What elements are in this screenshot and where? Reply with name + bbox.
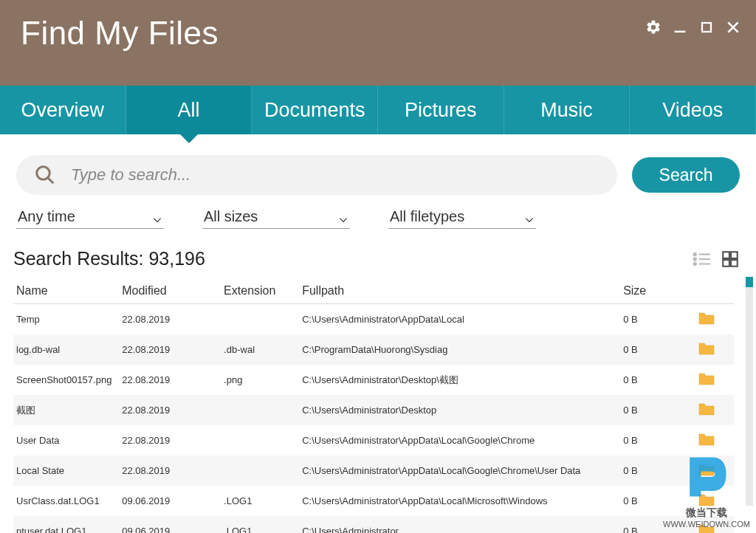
cell-size: 0 B — [620, 334, 695, 365]
cell-name: Temp — [13, 304, 119, 335]
cell-name: ntuser.dat.LOG1 — [13, 516, 119, 533]
view-toggles — [693, 250, 740, 269]
filter-filetype[interactable]: All filetypes — [388, 205, 536, 229]
open-folder-button[interactable] — [695, 395, 734, 425]
cell-name: UsrClass.dat.LOG1 — [13, 486, 119, 516]
cell-fullpath: C:\Users\Administrator — [299, 516, 620, 533]
open-folder-button[interactable] — [695, 455, 734, 486]
svg-rect-1 — [702, 23, 711, 32]
cell-fullpath: C:\Users\Administrator\AppData\Local — [299, 304, 620, 335]
svg-rect-14 — [723, 260, 729, 266]
cell-modified: 22.08.2019 — [119, 304, 221, 335]
table-row[interactable]: 截图22.08.2019C:\Users\Administrator\Deskt… — [13, 395, 734, 425]
open-folder-button[interactable] — [695, 486, 734, 516]
cell-extension: .db-wal — [221, 334, 299, 365]
cell-modified: 22.08.2019 — [119, 334, 221, 365]
svg-point-9 — [694, 252, 696, 255]
results-label: Search Results: — [13, 248, 148, 269]
svg-point-4 — [37, 167, 50, 180]
grid-view-icon[interactable] — [721, 250, 740, 269]
scrollthumb[interactable] — [746, 277, 753, 287]
results-table: Name Modified Extension Fullpath Size Te… — [13, 277, 734, 533]
col-extension[interactable]: Extension — [221, 277, 299, 304]
cell-modified: 22.08.2019 — [119, 365, 221, 395]
close-icon[interactable] — [725, 19, 741, 35]
table-row[interactable]: Temp22.08.2019C:\Users\Administrator\App… — [13, 304, 734, 335]
cell-extension — [221, 395, 299, 425]
tabs: OverviewAllDocumentsPicturesMusicVideos — [0, 86, 756, 134]
cell-extension — [221, 455, 299, 486]
filter-size[interactable]: All sizes — [202, 205, 350, 229]
col-fullpath[interactable]: Fullpath — [299, 277, 620, 304]
cell-size: 0 B — [620, 365, 695, 395]
search-icon — [34, 164, 56, 186]
search-input[interactable] — [71, 165, 599, 185]
maximize-icon[interactable] — [698, 19, 715, 35]
results-count: Search Results: 93,196 — [13, 248, 205, 269]
svg-rect-15 — [731, 260, 738, 266]
open-folder-button[interactable] — [695, 425, 734, 455]
gear-icon[interactable] — [645, 19, 662, 35]
open-folder-button[interactable] — [695, 334, 734, 365]
table-row[interactable]: ScreenShot00157.png22.08.2019.pngC:\User… — [13, 365, 734, 395]
titlebar: Find My Files — [0, 0, 756, 86]
col-name[interactable]: Name — [13, 277, 119, 304]
col-modified[interactable]: Modified — [119, 277, 221, 304]
cell-fullpath: C:\Users\Administrator\Desktop — [299, 395, 620, 425]
table-row[interactable]: ntuser.dat.LOG109.06.2019.LOG1C:\Users\A… — [13, 516, 734, 533]
tab-pictures[interactable]: Pictures — [378, 86, 504, 134]
tab-documents[interactable]: Documents — [252, 86, 378, 134]
cell-name: ScreenShot00157.png — [13, 365, 119, 395]
chevron-down-icon — [152, 212, 162, 222]
cell-size: 0 B — [620, 425, 695, 455]
tab-overview[interactable]: Overview — [0, 86, 126, 134]
search-button[interactable]: Search — [632, 157, 740, 193]
cell-extension: .LOG1 — [221, 486, 299, 516]
cell-size: 0 B — [620, 455, 695, 486]
filter-time[interactable]: Any time — [16, 205, 164, 229]
search-row: Search — [0, 134, 756, 195]
cell-size: 0 B — [620, 516, 695, 533]
cell-modified: 09.06.2019 — [119, 486, 221, 516]
cell-size: 0 B — [620, 304, 695, 335]
table-row[interactable]: UsrClass.dat.LOG109.06.2019.LOG1C:\Users… — [13, 486, 734, 516]
table-row[interactable]: log.db-wal22.08.2019.db-walC:\ProgramDat… — [13, 334, 734, 365]
svg-point-10 — [694, 258, 696, 260]
cell-modified: 22.08.2019 — [119, 395, 221, 425]
col-size[interactable]: Size — [620, 277, 695, 304]
cell-fullpath: C:\Users\Administrator\Desktop\截图 — [299, 365, 620, 395]
chevron-down-icon — [524, 212, 535, 222]
cell-name: log.db-wal — [13, 334, 119, 365]
search-box[interactable] — [16, 155, 617, 195]
chevron-down-icon — [338, 212, 348, 222]
open-folder-button[interactable] — [695, 304, 734, 335]
list-view-icon[interactable] — [693, 250, 712, 269]
cell-name: 截图 — [13, 395, 119, 425]
cell-extension — [221, 304, 299, 335]
tab-music[interactable]: Music — [504, 86, 630, 134]
table-row[interactable]: User Data22.08.2019C:\Users\Administrato… — [13, 425, 734, 455]
minimize-icon[interactable] — [672, 19, 688, 35]
tab-videos[interactable]: Videos — [630, 86, 756, 134]
results-number: 93,196 — [148, 248, 205, 269]
svg-rect-13 — [731, 252, 738, 258]
tab-all[interactable]: All — [126, 86, 252, 134]
cell-size: 0 B — [620, 395, 695, 425]
filter-size-label: All sizes — [204, 208, 258, 225]
scrollbar[interactable] — [746, 277, 753, 506]
open-folder-button[interactable] — [695, 365, 734, 395]
filter-filetype-label: All filetypes — [390, 208, 464, 225]
table-row[interactable]: Local State22.08.2019C:\Users\Administra… — [13, 455, 734, 486]
cell-fullpath: C:\Users\Administrator\AppData\Local\Mic… — [299, 486, 620, 516]
window-controls — [645, 19, 741, 35]
svg-point-11 — [694, 262, 696, 264]
cell-modified: 22.08.2019 — [119, 455, 221, 486]
results-header: Search Results: 93,196 — [0, 229, 756, 277]
cell-size: 0 B — [620, 486, 695, 516]
cell-name: Local State — [13, 455, 119, 486]
cell-fullpath: C:\Users\Administrator\AppData\Local\Goo… — [299, 455, 620, 486]
col-action — [695, 277, 734, 304]
cell-modified: 22.08.2019 — [119, 425, 221, 455]
cell-fullpath: C:\Users\Administrator\AppData\Local\Goo… — [299, 425, 620, 455]
open-folder-button[interactable] — [695, 516, 734, 533]
